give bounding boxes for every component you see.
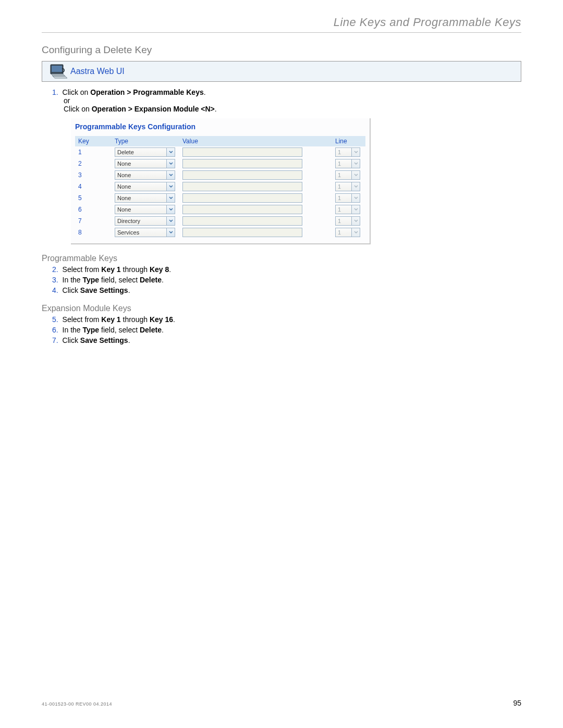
chevron-down-icon[interactable] <box>166 182 175 191</box>
key-number: 6 <box>75 204 112 215</box>
computer-icon <box>47 64 70 79</box>
step-text: Click on <box>63 88 91 96</box>
step-text: Click <box>63 336 80 344</box>
line-value: 1 <box>338 161 341 167</box>
page-footer: 41-001523-00 REV00 04.2014 95 <box>42 699 521 707</box>
step-number: 4. <box>52 286 58 294</box>
step-4: 4. Click Save Settings. <box>52 286 521 294</box>
step-text: . <box>128 286 130 294</box>
type-dropdown[interactable]: None <box>115 182 175 191</box>
value-input[interactable] <box>182 228 302 237</box>
chevron-down-icon <box>351 182 360 191</box>
step-2: 2. Select from Key 1 through Key 8. <box>52 265 521 274</box>
value-input[interactable] <box>182 170 302 180</box>
step-bold: Delete <box>140 326 162 334</box>
value-input[interactable] <box>182 193 302 203</box>
type-value: Directory <box>117 218 140 224</box>
step-bold: Save Settings <box>80 286 128 294</box>
doc-id: 41-001523-00 REV00 04.2014 <box>42 701 112 707</box>
chevron-down-icon <box>351 205 360 214</box>
step-bold: Key 1 <box>101 265 120 274</box>
th-line: Line <box>332 136 365 146</box>
page-number: 95 <box>513 699 521 707</box>
step-or: or <box>64 96 521 105</box>
type-dropdown[interactable]: Delete <box>115 147 175 157</box>
line-dropdown: 1 <box>335 182 360 191</box>
key-number: 2 <box>75 158 112 169</box>
value-input[interactable] <box>182 216 302 226</box>
expansion-module-subhead: Expansion Module Keys <box>42 304 521 313</box>
key-number: 3 <box>75 169 112 181</box>
step-bold: Type <box>83 326 100 334</box>
programmable-keys-subhead: Programmable Keys <box>42 254 521 263</box>
chevron-down-icon[interactable] <box>166 148 175 156</box>
step-5: 5. Select from Key 1 through Key 16. <box>52 315 521 324</box>
line-dropdown: 1 <box>335 193 360 203</box>
table-row: 1Delete1 <box>75 146 365 158</box>
value-input[interactable] <box>182 182 302 191</box>
step-path: Operation > Expansion Module <N> <box>92 105 215 113</box>
line-value: 1 <box>338 183 341 190</box>
type-value: None <box>117 195 131 201</box>
line-value: 1 <box>338 195 341 201</box>
type-dropdown[interactable]: Directory <box>115 216 175 226</box>
chevron-down-icon[interactable] <box>166 217 175 225</box>
step-bold: Key 1 <box>101 315 120 324</box>
key-number: 1 <box>75 146 112 158</box>
line-dropdown: 1 <box>335 159 360 168</box>
chevron-down-icon[interactable] <box>166 205 175 214</box>
type-value: None <box>117 161 131 167</box>
type-dropdown[interactable]: None <box>115 170 175 180</box>
step-text: through <box>121 265 150 274</box>
line-dropdown: 1 <box>335 216 360 226</box>
type-dropdown[interactable]: Services <box>115 228 175 237</box>
type-dropdown[interactable]: None <box>115 159 175 168</box>
page-header: Line Keys and Programmable Keys <box>42 16 521 33</box>
chevron-down-icon[interactable] <box>166 194 175 202</box>
keys-table: Key Type Value Line 1Delete12None13None1… <box>75 136 365 238</box>
line-dropdown: 1 <box>335 228 360 237</box>
svg-rect-1 <box>52 66 62 72</box>
chevron-down-icon[interactable] <box>166 159 175 168</box>
key-number: 4 <box>75 181 112 192</box>
type-dropdown[interactable]: None <box>115 193 175 203</box>
step-number: 7. <box>52 336 58 344</box>
type-value: None <box>117 183 131 190</box>
step-text: In the <box>63 326 83 334</box>
step-text: through <box>121 315 150 324</box>
th-type: Type <box>112 136 179 146</box>
step-text: . <box>204 88 206 96</box>
step-text: . <box>169 265 171 274</box>
step-text: . <box>215 105 217 113</box>
value-input[interactable] <box>182 159 302 168</box>
config-title: Programmable Keys Configuration <box>75 122 365 131</box>
chevron-down-icon <box>351 228 360 237</box>
table-row: 7Directory1 <box>75 215 365 227</box>
table-row: 8Services1 <box>75 227 365 238</box>
table-row: 5None1 <box>75 192 365 204</box>
step-text: . <box>162 326 164 334</box>
type-value: None <box>117 206 131 213</box>
step-3: 3. In the Type field, select Delete. <box>52 276 521 284</box>
value-input[interactable] <box>182 147 302 157</box>
type-dropdown[interactable]: None <box>115 205 175 214</box>
step-1: 1. Click on Operation > Programmable Key… <box>52 88 521 113</box>
step-text: . <box>162 276 164 284</box>
chevron-down-icon[interactable] <box>166 228 175 237</box>
chevron-down-icon <box>351 217 360 225</box>
table-row: 3None1 <box>75 169 365 181</box>
section-title: Configuring a Delete Key <box>42 44 521 56</box>
type-value: Services <box>117 229 139 236</box>
step-bold: Key 16 <box>150 315 173 324</box>
step-number: 5. <box>52 315 58 324</box>
line-value: 1 <box>338 149 341 155</box>
table-row: 6None1 <box>75 204 365 215</box>
step-text: Select from <box>63 315 102 324</box>
config-screenshot: Programmable Keys Configuration Key Type… <box>71 118 371 244</box>
value-input[interactable] <box>182 205 302 214</box>
step-text: Click on <box>64 105 92 113</box>
line-dropdown: 1 <box>335 147 360 157</box>
step-path: Operation > Programmable Keys <box>90 88 203 96</box>
chevron-down-icon[interactable] <box>166 171 175 179</box>
line-dropdown: 1 <box>335 205 360 214</box>
